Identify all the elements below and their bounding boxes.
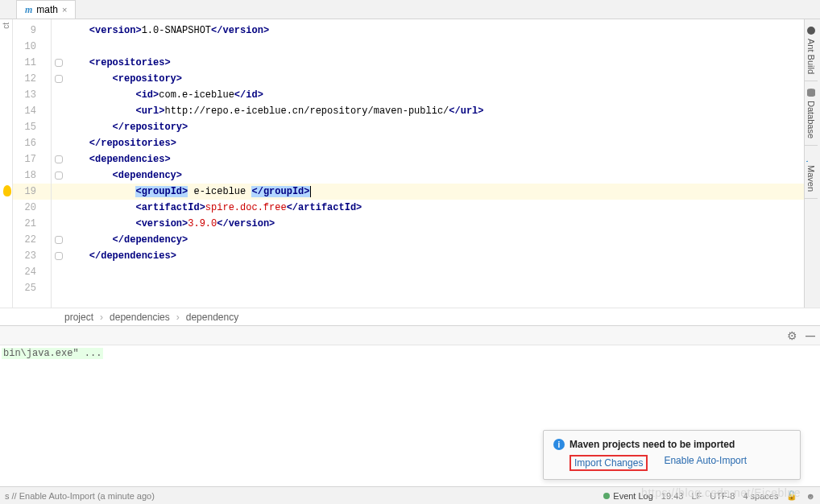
code-line[interactable]: <artifactId>spire.doc.free</artifactId> [66,200,820,216]
status-encoding[interactable]: UTF-8 [710,491,735,501]
notification-header: i Maven projects need to be imported [553,439,790,450]
tool-ant-build[interactable]: Ant Build [805,19,818,81]
fold-handle[interactable] [52,200,66,216]
line-number[interactable]: 24 [13,264,51,280]
fold-handle[interactable] [52,167,66,184]
breadcrumb-item[interactable]: project [64,312,93,323]
hector-icon[interactable]: ☻ [806,491,815,501]
fold-handle[interactable] [52,103,66,119]
console-toolbar: ⚙ — [0,325,820,345]
fold-column[interactable] [52,19,66,308]
event-log-button[interactable]: Event Log [603,491,653,501]
line-number[interactable]: 23 [13,248,51,264]
line-number[interactable]: 16 [13,135,51,151]
code-line[interactable]: <repositories> [66,55,820,71]
code-line[interactable]: <dependencies> [66,151,820,167]
status-indent[interactable]: 4 spaces [743,491,778,501]
maven-icon: m [806,152,816,162]
left-tool-strip[interactable]: ct [0,19,13,308]
fold-handle[interactable] [52,87,66,103]
code-line[interactable]: <version>1.0-SNAPSHOT</version> [66,23,820,39]
fold-handle[interactable] [52,39,66,55]
line-number[interactable]: 25 [13,280,51,296]
status-bar: s // Enable Auto-Import (a minute ago) E… [0,486,820,504]
svg-point-3 [807,93,815,97]
code-line[interactable] [66,264,820,280]
event-log-label: Event Log [613,491,653,501]
fold-handle[interactable] [52,23,66,39]
line-number[interactable]: 18 [13,167,51,184]
line-number-gutter[interactable]: 910111213141516171819202122232425 [13,19,52,308]
ant-icon [806,26,816,35]
minimize-icon[interactable]: — [806,330,815,341]
code-line[interactable]: <groupId> e-iceblue </groupId> [66,184,820,200]
import-changes-link[interactable]: Import Changes [569,455,648,471]
code-line[interactable]: <repository> [66,71,820,87]
code-line[interactable]: </dependency> [66,232,820,248]
tool-database[interactable]: Database [805,81,818,146]
line-number[interactable]: 13 [13,87,51,103]
database-icon [806,88,816,97]
close-icon[interactable]: × [62,5,67,14]
breadcrumb-item[interactable]: dependencies [110,312,170,323]
line-number[interactable]: 20 [13,200,51,216]
line-number[interactable]: 12 [13,71,51,87]
right-tool-sidebar: Ant Build Database m Maven [804,19,820,308]
line-number[interactable]: 9 [13,23,51,39]
line-number[interactable]: 17 [13,151,51,167]
line-number[interactable]: 11 [13,55,51,71]
gear-icon[interactable]: ⚙ [787,329,797,342]
fold-handle[interactable] [52,264,66,280]
fold-handle[interactable] [52,135,66,151]
notification-links: Import Changes Enable Auto-Import [553,455,790,471]
event-dot-icon [603,493,610,499]
code-line[interactable]: <version>3.9.0</version> [66,216,820,232]
breadcrumb: project › dependencies › dependency [0,308,820,325]
maven-import-notification: i Maven projects need to be imported Imp… [543,430,801,480]
intention-bulb-icon[interactable] [3,185,11,196]
code-line[interactable]: <id>com.e-iceblue</id> [66,87,820,103]
chevron-right-icon: › [176,312,180,323]
chevron-right-icon: › [100,312,103,323]
line-number[interactable]: 10 [13,39,51,55]
code-line[interactable]: </repositories> [66,135,820,151]
fold-handle[interactable] [52,280,66,296]
maven-file-icon: m [25,4,32,16]
lock-icon[interactable]: 🔓 [786,490,797,501]
line-number[interactable]: 19 [13,184,51,200]
tab-label: math [36,4,58,15]
code-editor[interactable]: <version>1.0-SNAPSHOT</version> <reposit… [66,19,820,308]
fold-handle[interactable] [52,119,66,135]
status-line-sep[interactable]: LF [691,491,702,501]
line-number[interactable]: 14 [13,103,51,119]
fold-handle[interactable] [52,71,66,87]
fold-handle[interactable] [52,232,66,248]
tool-label: Database [806,101,816,138]
code-line[interactable]: </repository> [66,119,820,135]
line-number[interactable]: 15 [13,119,51,135]
tool-maven[interactable]: m Maven [805,146,818,199]
fold-handle[interactable] [52,184,66,200]
code-line[interactable] [66,39,820,55]
breadcrumb-item[interactable]: dependency [186,312,238,323]
fold-handle[interactable] [52,55,66,71]
code-line[interactable]: </dependencies> [66,248,820,264]
status-message: s // Enable Auto-Import (a minute ago) [5,491,155,501]
fold-handle[interactable] [52,216,66,232]
tab-math[interactable]: m math × [16,0,76,19]
code-line[interactable]: <url>http://repo.e-iceblue.cn/repository… [66,103,820,119]
line-number[interactable]: 21 [13,216,51,232]
fold-handle[interactable] [52,248,66,264]
fold-handle[interactable] [52,151,66,167]
line-number[interactable]: 22 [13,232,51,248]
svg-text:m: m [806,160,812,162]
console-line: bin\java.exe" ... [2,348,103,359]
code-line[interactable]: <dependency> [66,167,820,184]
code-line[interactable] [66,280,820,296]
svg-point-0 [807,27,815,35]
info-icon: i [553,439,565,450]
status-time: 19:43 [661,491,684,501]
tool-label: Ant Build [806,39,816,74]
notification-title: Maven projects need to be imported [569,439,735,450]
enable-auto-import-link[interactable]: Enable Auto-Import [664,455,747,471]
